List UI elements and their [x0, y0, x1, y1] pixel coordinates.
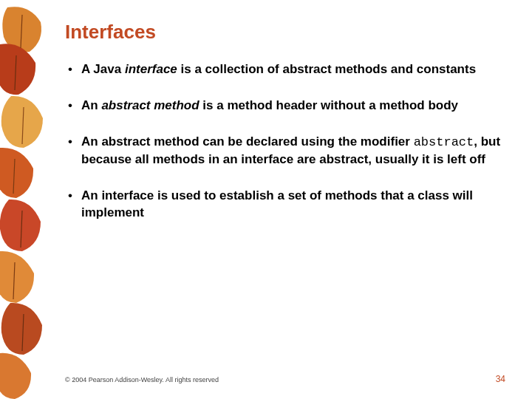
bullet-2: An abstract method is a method header wi… [65, 98, 505, 115]
leaves-icon [0, 0, 52, 399]
bullet-3-pre: An abstract method can be declared using… [81, 134, 414, 149]
bullet-3-code: abstract [414, 135, 474, 149]
page-number: 34 [496, 374, 505, 384]
bullet-3: An abstract method can be declared using… [65, 134, 505, 168]
bullet-1-pre: A Java [81, 62, 125, 76]
bullet-2-post: is a method header without a method body [200, 98, 458, 112]
bullet-2-pre: An [81, 98, 101, 112]
bullet-4-text: An interface is used to establish a set … [81, 188, 473, 219]
slide-content: Interfaces A Java interface is a collect… [65, 21, 505, 241]
decorative-sidebar [0, 0, 52, 399]
bullet-4: An interface is used to establish a set … [65, 188, 505, 222]
slide-title: Interfaces [65, 21, 505, 44]
copyright-text: © 2004 Pearson Addison-Wesley. All right… [65, 376, 219, 383]
bullet-1: A Java interface is a collection of abst… [65, 61, 505, 78]
bullet-2-em: abstract method [101, 98, 199, 112]
bullet-1-post: is a collection of abstract methods and … [177, 62, 476, 76]
slide-footer: © 2004 Pearson Addison-Wesley. All right… [65, 374, 505, 384]
bullet-1-em: interface [125, 62, 177, 76]
bullet-list: A Java interface is a collection of abst… [65, 61, 505, 222]
